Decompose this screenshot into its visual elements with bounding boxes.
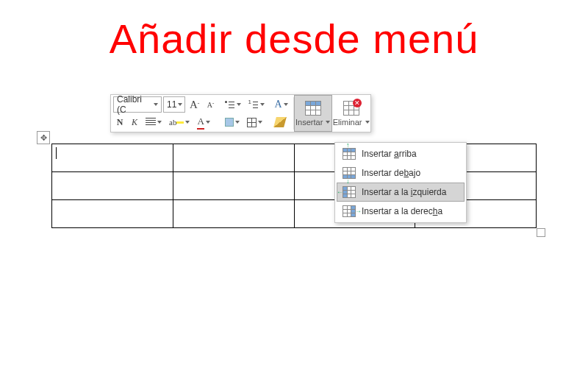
menu-item-label: Insertar a la izquierda bbox=[362, 187, 446, 197]
chevron-down-icon bbox=[235, 121, 240, 124]
numbering-icon bbox=[248, 99, 259, 110]
menu-item-label: Insertar arriba bbox=[362, 149, 417, 159]
menu-item-insert-right[interactable]: →Insertar a la derecha bbox=[337, 202, 465, 221]
insert-left-icon: ← bbox=[343, 186, 356, 198]
delete-label: Eliminar bbox=[333, 118, 362, 127]
insert-label: Insertar bbox=[295, 118, 323, 127]
italic-button[interactable]: K bbox=[128, 114, 141, 130]
insert-table-icon bbox=[305, 101, 321, 116]
menu-item-label: Insertar a la derecha bbox=[362, 206, 442, 216]
chevron-down-icon bbox=[185, 121, 190, 124]
shading-button[interactable] bbox=[222, 114, 243, 130]
numbering-button[interactable] bbox=[245, 96, 268, 113]
insert-dropdown-menu: ↑Insertar arriba↓Insertar debajo←Inserta… bbox=[334, 142, 467, 223]
align-justify-button[interactable] bbox=[143, 114, 165, 130]
font-color-button[interactable]: A bbox=[194, 114, 212, 130]
chevron-down-icon bbox=[260, 103, 265, 106]
format-painter-button[interactable] bbox=[272, 114, 288, 130]
chevron-down-icon bbox=[258, 121, 262, 124]
chevron-down-icon bbox=[206, 121, 210, 124]
menu-item-insert-up[interactable]: ↑Insertar arriba bbox=[337, 144, 465, 163]
insert-split-button[interactable]: Insertar bbox=[294, 95, 332, 132]
menu-item-label: Insertar debajo bbox=[362, 168, 420, 178]
menu-item-insert-down[interactable]: ↓Insertar debajo bbox=[337, 163, 465, 183]
insert-down-icon: ↓ bbox=[343, 167, 356, 179]
insert-up-icon: ↑ bbox=[343, 148, 356, 160]
chevron-down-icon bbox=[178, 103, 182, 106]
font-name-value: Calibri (C bbox=[117, 94, 152, 115]
chevron-down-icon bbox=[154, 103, 158, 106]
borders-button[interactable] bbox=[244, 114, 265, 130]
format-painter-icon bbox=[273, 117, 287, 127]
menu-item-insert-left[interactable]: ←Insertar a la izquierda bbox=[337, 183, 465, 202]
delete-table-icon bbox=[343, 101, 359, 116]
font-name-combo[interactable]: Calibri (C bbox=[113, 96, 162, 113]
insert-right-icon: → bbox=[343, 205, 356, 217]
fill-icon bbox=[225, 118, 234, 127]
grow-font-button[interactable]: Aˆ bbox=[187, 96, 203, 113]
justify-icon bbox=[146, 118, 156, 127]
chevron-down-icon bbox=[237, 103, 241, 106]
shrink-font-button[interactable]: Aˇ bbox=[204, 96, 218, 113]
mini-toolbar: Calibri (C 11 Aˆ Aˇ N K ab A bbox=[110, 94, 371, 132]
table-move-handle[interactable]: ✥ bbox=[37, 131, 50, 144]
chevron-down-icon bbox=[284, 103, 288, 106]
chevron-down-icon bbox=[365, 121, 370, 124]
styles-button[interactable]: A bbox=[272, 96, 291, 113]
chevron-down-icon bbox=[326, 121, 330, 124]
table-resize-handle[interactable] bbox=[537, 228, 545, 237]
bullets-icon bbox=[225, 99, 235, 110]
highlight-button[interactable]: ab bbox=[166, 114, 193, 130]
page-title: Añadir desde menú bbox=[0, 15, 588, 63]
font-size-combo[interactable]: 11 bbox=[163, 96, 185, 113]
delete-split-button[interactable]: Eliminar bbox=[332, 95, 370, 132]
bullets-button[interactable] bbox=[222, 96, 244, 113]
bold-button[interactable]: N bbox=[113, 114, 126, 130]
text-cursor bbox=[56, 147, 57, 159]
chevron-down-icon bbox=[157, 121, 162, 124]
font-size-value: 11 bbox=[167, 99, 176, 110]
borders-icon bbox=[247, 118, 257, 127]
